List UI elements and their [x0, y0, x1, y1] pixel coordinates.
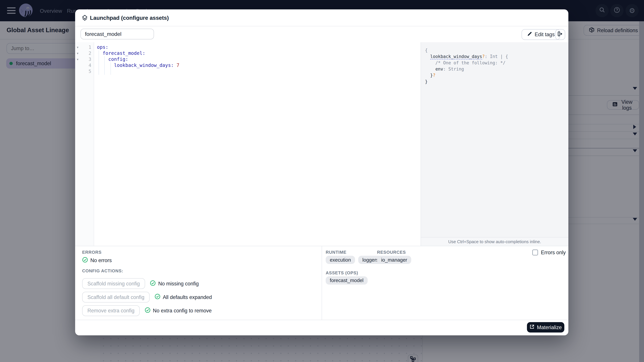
line-number: 2 [88, 50, 91, 56]
external-link-icon [530, 324, 534, 330]
errors-only-control: Errors only [532, 250, 566, 255]
config-action-row: Scaffold all default configAll defaults … [82, 292, 212, 303]
line-number: 5 [88, 68, 91, 74]
check-circle-icon [82, 257, 88, 264]
config-schema-panel: { lookback_window_days?: Int | { /* One … [420, 42, 568, 237]
edit-tags-button[interactable]: Edit tags [522, 29, 560, 40]
autocomplete-hint: Use Ctrl+Space to show auto-completions … [448, 239, 541, 244]
modal-header: Launchpad (configure assets) [75, 9, 568, 26]
launchpad-modal: Launchpad (configure assets) Edit tags ▾… [75, 9, 568, 335]
errors-only-checkbox[interactable] [532, 250, 538, 255]
errors-only-label: Errors only [541, 250, 566, 255]
assets-ops-label: ASSETS (OPS) [326, 271, 358, 275]
check-circle-icon [150, 280, 156, 287]
runtime-label: RUNTIME [326, 250, 346, 255]
schema-line: /* One of the following: */ [425, 60, 568, 66]
fold-arrow-icon[interactable]: ▾ [77, 50, 78, 56]
panel-expand-icon [557, 31, 563, 38]
code-line: lookback_window_days: 7 [97, 62, 180, 68]
tag-execution: execution [326, 256, 355, 264]
config-action-status: No extra config to remove [145, 307, 212, 314]
config-editor[interactable]: ▾1▾2▾345 ops: forecast_model: config: lo… [75, 42, 420, 246]
tag-io_manager: io_manager [377, 256, 411, 264]
fold-arrow-icon[interactable]: ▾ [77, 44, 78, 50]
errors-status: No errors [82, 257, 112, 264]
errors-label: ERRORS [82, 250, 102, 255]
config-action-status: No missing config [150, 280, 199, 287]
session-name-input[interactable] [80, 29, 154, 39]
code-line: config: [97, 56, 180, 62]
resources-tags: io_manager [377, 256, 414, 264]
config-actions-label: CONFIG ACTIONS: [82, 269, 123, 273]
fold-arrow-icon[interactable]: ▾ [77, 56, 78, 62]
check-circle-icon [155, 294, 160, 301]
scaffold-all-default-config-button[interactable]: Scaffold all default config [82, 292, 150, 303]
scaffold-missing-config-button[interactable]: Scaffold missing config [82, 278, 145, 289]
screen: Global Asset Lineage Reload definitions … [0, 0, 644, 362]
open-second-panel-button[interactable] [555, 29, 565, 40]
schema-line: env: String [425, 66, 568, 72]
code-line [97, 68, 180, 74]
schema-line: } [425, 79, 568, 85]
schema-line: { [425, 47, 568, 53]
code-line: forecast_model: [97, 50, 180, 56]
resources-label: RESOURCES [377, 250, 406, 255]
config-action-status: All defaults expanded [155, 294, 212, 301]
line-number: 3 [88, 56, 91, 62]
schema-code: { lookback_window_days?: Int | { /* One … [425, 47, 568, 85]
code-line: ops: [97, 44, 180, 50]
autocomplete-hint-bar: Use Ctrl+Space to show auto-completions … [420, 237, 568, 246]
pencil-icon [527, 31, 532, 38]
schema-line: }? [425, 72, 568, 78]
launchpad-icon [82, 15, 88, 22]
line-number: 1 [88, 44, 91, 50]
tag-forecast_model: forecast_model [326, 276, 368, 285]
config-action-row: Remove extra configNo extra config to re… [82, 305, 212, 316]
check-circle-icon [145, 307, 150, 314]
materialize-button[interactable]: Materialize [527, 322, 564, 332]
assets-ops-tags: forecast_model [326, 276, 371, 284]
config-action-row: Scaffold missing configNo missing config [82, 278, 199, 289]
modal-title: Launchpad (configure assets) [90, 15, 169, 21]
editor-gutter: ▾1▾2▾345 [75, 42, 94, 246]
editor-code: ops: forecast_model: config: lookback_wi… [97, 44, 180, 74]
schema-line: lookback_window_days?: Int | { [425, 53, 568, 60]
line-number: 4 [88, 62, 91, 68]
remove-extra-config-button[interactable]: Remove extra config [82, 305, 140, 316]
